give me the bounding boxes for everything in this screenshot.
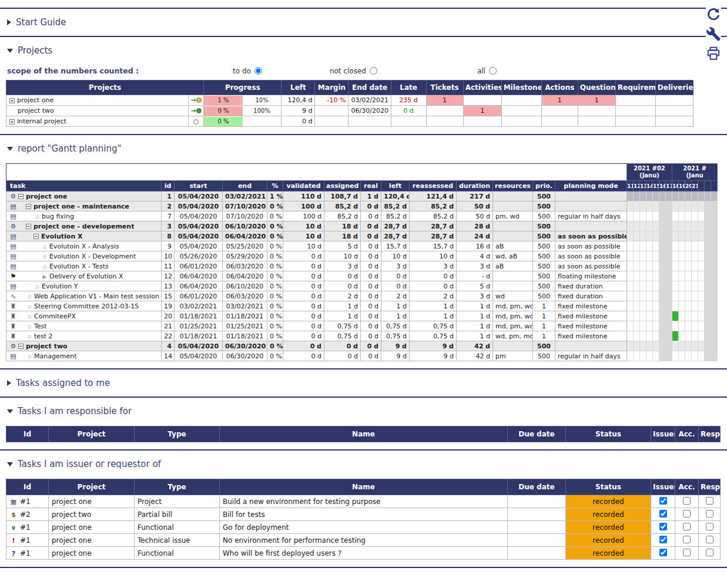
projects-col-tickets[interactable]: Tickets: [426, 80, 463, 95]
acc-checkbox[interactable]: [683, 523, 691, 530]
task-name[interactable]: CommiteePX: [34, 313, 76, 320]
acc-checkbox[interactable]: [683, 536, 691, 543]
gantt-col-id[interactable]: id: [162, 181, 175, 191]
projects-col-left[interactable]: Left: [282, 80, 315, 95]
project-name-cell[interactable]: project two: [6, 106, 189, 116]
gantt-col-duration[interactable]: duration: [457, 181, 493, 191]
ticket-name-cell[interactable]: Build a new environment for testing purp…: [220, 495, 508, 508]
task-name[interactable]: Evolution X: [41, 233, 83, 240]
wrench-icon[interactable]: [706, 26, 721, 42]
col-project[interactable]: Project: [49, 479, 135, 495]
task-name[interactable]: Steering Committee 2012-03-15: [34, 303, 139, 310]
collapse-toggle[interactable]: −: [18, 344, 24, 349]
ticket-id-cell[interactable]: $#2: [6, 508, 49, 521]
project-name-cell[interactable]: +internal project: [6, 116, 189, 127]
task-cell[interactable]: ▤▫Evolutoin X - Analysis: [6, 241, 162, 251]
task-cell[interactable]: ♜▫test 2: [6, 331, 162, 341]
projects-col-actions[interactable]: Actions: [541, 80, 578, 95]
collapse-toggle[interactable]: −: [33, 234, 39, 239]
ticket-id[interactable]: #2: [20, 510, 31, 519]
ticket-name-cell[interactable]: Bill for tests: [220, 508, 508, 521]
scope-option-to-do[interactable]: to do: [233, 67, 262, 75]
task-cell[interactable]: ▤▫Evolution X - Tests: [6, 261, 162, 271]
gantt-col-assigned[interactable]: assigned: [324, 181, 361, 191]
col-acc[interactable]: Acc.: [675, 426, 699, 442]
project-name-cell[interactable]: +project one: [6, 95, 189, 106]
section-title-gantt-report[interactable]: report "Gantt planning": [0, 135, 727, 162]
projects-col-questions[interactable]: Questions: [578, 80, 615, 95]
col-id[interactable]: Id: [6, 426, 49, 442]
goto-project-icon[interactable]: →: [190, 107, 196, 115]
task-name[interactable]: Delivery of Evolution X: [49, 273, 123, 280]
col-duedate[interactable]: Due date: [508, 479, 566, 495]
task-name[interactable]: test 2: [34, 332, 53, 340]
gantt-col-resources[interactable]: resources: [493, 181, 533, 191]
col-resp[interactable]: Resp.: [699, 426, 721, 442]
scope-option-all[interactable]: all: [477, 67, 497, 75]
issuer-checkbox[interactable]: [659, 523, 667, 530]
task-cell[interactable]: ⚙−project one: [6, 191, 162, 201]
section-title-tasks-issuer[interactable]: Tasks I am issuer or requestor of: [0, 451, 727, 478]
ticket-id[interactable]: #1: [20, 523, 31, 532]
projects-col-deliveries[interactable]: Deliveries: [655, 80, 693, 95]
projects-col-enddate[interactable]: End date: [349, 80, 391, 95]
project-name[interactable]: project two: [18, 107, 54, 115]
section-title-tasks-assigned[interactable]: Tasks assigned to me: [0, 369, 727, 397]
gantt-col-planningmode[interactable]: planning mode: [555, 181, 627, 191]
task-name[interactable]: project two: [26, 342, 68, 350]
ticket-id[interactable]: #1: [20, 549, 31, 557]
projects-col-late[interactable]: Late: [391, 80, 426, 95]
task-cell[interactable]: ♜▫Steering Committee 2012-03-15: [6, 301, 162, 311]
col-id[interactable]: Id: [6, 479, 49, 495]
section-title-start-guide[interactable]: Start Guide: [0, 9, 727, 36]
resp-checkbox[interactable]: [706, 549, 713, 556]
col-duedate[interactable]: Due date: [508, 426, 566, 442]
acc-checkbox[interactable]: [683, 510, 691, 518]
scope-option-not-closed[interactable]: not closed: [330, 67, 377, 75]
projects-col-milestones[interactable]: Milestones: [501, 80, 541, 95]
task-cell[interactable]: ⚙−project two: [6, 341, 162, 351]
collapse-toggle[interactable]: −: [26, 224, 31, 229]
gantt-col-end[interactable]: end: [223, 181, 267, 191]
projects-col-margin[interactable]: Margin: [315, 80, 349, 95]
ticket-id-cell[interactable]: ▦#1: [6, 495, 49, 508]
issuer-checkbox[interactable]: [659, 497, 667, 505]
task-cell[interactable]: ▤▫bug fixing: [6, 211, 162, 221]
resp-checkbox[interactable]: [706, 523, 713, 530]
task-cell[interactable]: ♜▫CommiteePX: [6, 311, 162, 321]
col-type[interactable]: Type: [135, 426, 220, 442]
task-name[interactable]: Management: [34, 352, 76, 360]
task-name[interactable]: project one - maintenance: [33, 203, 129, 210]
scope-radio[interactable]: [489, 67, 497, 75]
task-name[interactable]: bug fixing: [42, 213, 74, 220]
col-issuer[interactable]: Issuer: [651, 479, 675, 495]
ticket-id[interactable]: #1: [20, 498, 31, 506]
task-cell[interactable]: ▤−project one - maintenance: [6, 201, 162, 211]
resp-checkbox[interactable]: [706, 536, 713, 543]
task-cell[interactable]: ∿▫Web Application V1 - Main test session: [6, 291, 162, 301]
collapse-toggle[interactable]: −: [18, 194, 24, 199]
projects-col-requirem[interactable]: Requirem: [615, 80, 655, 95]
gantt-col-reassessed[interactable]: reassessed: [410, 181, 457, 191]
gantt-col-real[interactable]: real: [361, 181, 381, 191]
expand-toggle[interactable]: +: [9, 119, 15, 125]
task-name[interactable]: project one - developement: [33, 223, 134, 230]
expand-toggle[interactable]: +: [9, 98, 15, 103]
projects-col-activities[interactable]: Activities: [463, 80, 501, 95]
gantt-col-task[interactable]: task: [6, 181, 162, 191]
task-name[interactable]: Web Application V1 - Main test session: [34, 293, 159, 300]
task-name[interactable]: Evolutoin X - Analysis: [49, 243, 119, 250]
task-cell[interactable]: ♜▫Test: [6, 321, 162, 331]
task-cell[interactable]: ▤▫Evolution Y: [6, 281, 162, 291]
resp-checkbox[interactable]: [706, 510, 713, 518]
task-name[interactable]: Test: [34, 322, 47, 330]
issuer-checkbox[interactable]: [659, 510, 667, 518]
gantt-col-left[interactable]: left: [381, 181, 410, 191]
col-resp[interactable]: Resp.: [699, 479, 721, 495]
collapse-toggle[interactable]: −: [26, 204, 31, 209]
task-cell[interactable]: ⚑▶Delivery of Evolution X: [6, 271, 162, 281]
acc-checkbox[interactable]: [683, 497, 691, 505]
task-cell[interactable]: ⚙−project one - developement: [6, 221, 162, 231]
gantt-col-prio[interactable]: prio.: [533, 181, 555, 191]
task-name[interactable]: Evolution Y: [42, 283, 78, 290]
